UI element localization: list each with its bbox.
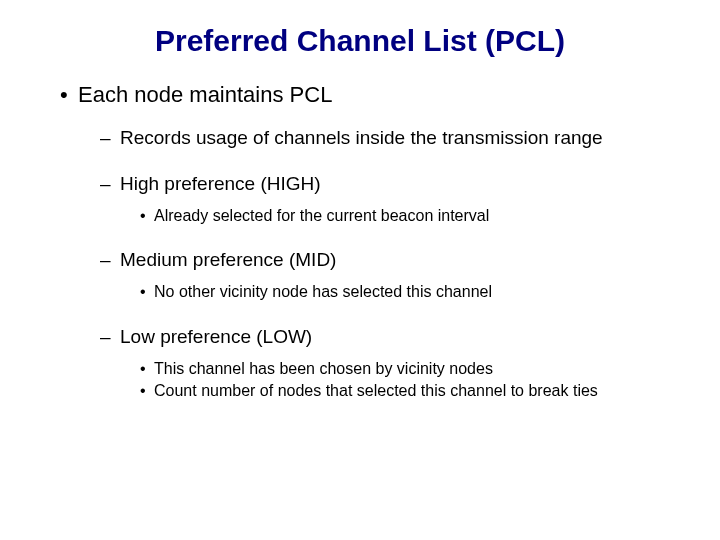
- list-text: This channel has been chosen by vicinity…: [154, 359, 493, 380]
- bullet-level3: • No other vicinity node has selected th…: [140, 282, 680, 303]
- list-item: • Each node maintains PCL: [60, 82, 680, 108]
- bullet-level2: – Low preference (LOW): [100, 325, 680, 349]
- bullet-level3: • Already selected for the current beaco…: [140, 206, 680, 227]
- dash-icon: –: [100, 325, 120, 349]
- bullet-level2: – Records usage of channels inside the t…: [100, 126, 680, 150]
- bullet-icon: •: [140, 282, 154, 303]
- list-text: Low preference (LOW): [120, 325, 312, 349]
- dash-icon: –: [100, 172, 120, 196]
- bullet-icon: •: [140, 206, 154, 227]
- bullet-icon: •: [140, 381, 154, 402]
- list-item: – Medium preference (MID): [100, 248, 680, 272]
- list-text: Medium preference (MID): [120, 248, 336, 272]
- dash-icon: –: [100, 248, 120, 272]
- list-text: Count number of nodes that selected this…: [154, 381, 598, 402]
- list-item: • This channel has been chosen by vicini…: [140, 359, 680, 380]
- list-item: – Records usage of channels inside the t…: [100, 126, 680, 150]
- bullet-level3: • This channel has been chosen by vicini…: [140, 359, 680, 403]
- bullet-icon: •: [60, 82, 78, 108]
- slide-title: Preferred Channel List (PCL): [40, 24, 680, 58]
- list-text: Already selected for the current beacon …: [154, 206, 489, 227]
- list-text: High preference (HIGH): [120, 172, 321, 196]
- bullet-level2: – High preference (HIGH): [100, 172, 680, 196]
- list-text: No other vicinity node has selected this…: [154, 282, 492, 303]
- list-item: • No other vicinity node has selected th…: [140, 282, 680, 303]
- list-item: – Low preference (LOW): [100, 325, 680, 349]
- high-preference-block: – High preference (HIGH) • Already selec…: [40, 172, 680, 227]
- list-item: – High preference (HIGH): [100, 172, 680, 196]
- list-text: Records usage of channels inside the tra…: [120, 126, 603, 150]
- bullet-icon: •: [140, 359, 154, 380]
- list-item: • Already selected for the current beaco…: [140, 206, 680, 227]
- mid-preference-block: – Medium preference (MID) • No other vic…: [40, 248, 680, 303]
- dash-icon: –: [100, 126, 120, 150]
- list-item: • Count number of nodes that selected th…: [140, 381, 680, 402]
- bullet-level2: – Medium preference (MID): [100, 248, 680, 272]
- low-preference-block: – Low preference (LOW) • This channel ha…: [40, 325, 680, 402]
- bullet-level1: • Each node maintains PCL: [60, 82, 680, 108]
- list-text: Each node maintains PCL: [78, 82, 332, 108]
